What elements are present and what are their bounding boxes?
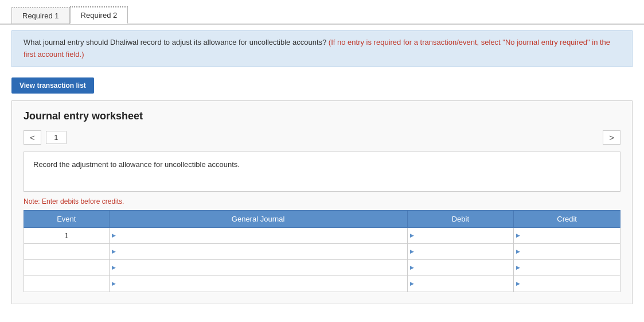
note-text: Note: Enter debits before credits. <box>24 197 620 205</box>
view-btn-container: View transaction list <box>0 73 644 100</box>
tab-required2[interactable]: Required 2 <box>70 6 128 24</box>
table-row: 1 <box>24 227 620 243</box>
debit-input-3[interactable] <box>408 260 514 276</box>
table-row <box>24 259 620 276</box>
debit-input-4[interactable] <box>408 276 514 292</box>
journal-entry-worksheet: Journal entry worksheet < 1 > Record the… <box>11 100 633 304</box>
journal-cell-3[interactable] <box>109 259 407 276</box>
debit-input-2[interactable] <box>408 244 514 259</box>
debit-cell-1[interactable] <box>407 227 514 243</box>
nav-row: < 1 > <box>24 130 620 145</box>
worksheet-title: Journal entry worksheet <box>24 110 620 122</box>
event-cell-1: 1 <box>24 227 110 243</box>
next-page-button[interactable]: > <box>603 130 620 145</box>
banner-main-text: What journal entry should Dhaliwal recor… <box>24 38 326 46</box>
event-cell-3 <box>24 259 110 276</box>
credit-input-3[interactable] <box>514 260 620 276</box>
tab-required1[interactable]: Required 1 <box>11 7 70 24</box>
description-box: Record the adjustment to allowance for u… <box>24 152 620 192</box>
journal-table: Event General Journal Debit Credit 1 <box>24 210 620 292</box>
col-header-credit: Credit <box>514 210 620 227</box>
journal-cell-1[interactable] <box>109 227 407 243</box>
credit-input-4[interactable] <box>514 276 620 292</box>
view-transaction-button[interactable]: View transaction list <box>11 77 94 94</box>
credit-cell-2[interactable] <box>514 243 620 259</box>
debit-cell-4[interactable] <box>407 276 514 292</box>
journal-input-1[interactable] <box>110 228 407 243</box>
col-header-debit: Debit <box>407 210 514 227</box>
prev-page-button[interactable]: < <box>24 130 41 145</box>
col-header-journal: General Journal <box>109 210 407 227</box>
journal-cell-2[interactable] <box>109 243 407 259</box>
credit-input-1[interactable] <box>514 228 620 243</box>
journal-input-2[interactable] <box>110 244 407 259</box>
credit-cell-4[interactable] <box>514 276 620 292</box>
debit-cell-2[interactable] <box>407 243 514 259</box>
tabs-row: Required 1 Required 2 <box>0 0 644 25</box>
credit-cell-1[interactable] <box>514 227 620 243</box>
event-cell-2 <box>24 243 110 259</box>
debit-cell-3[interactable] <box>407 259 514 276</box>
debit-input-1[interactable] <box>408 228 514 243</box>
credit-cell-3[interactable] <box>514 259 620 276</box>
table-row <box>24 243 620 259</box>
table-row <box>24 276 620 292</box>
description-text: Record the adjustment to allowance for u… <box>33 160 240 169</box>
info-banner: What journal entry should Dhaliwal recor… <box>11 30 633 67</box>
page-number: 1 <box>46 131 67 144</box>
journal-input-4[interactable] <box>110 276 407 292</box>
credit-input-2[interactable] <box>514 244 620 259</box>
col-header-event: Event <box>24 210 110 227</box>
journal-cell-4[interactable] <box>109 276 407 292</box>
journal-input-3[interactable] <box>110 260 407 276</box>
event-cell-4 <box>24 276 110 292</box>
